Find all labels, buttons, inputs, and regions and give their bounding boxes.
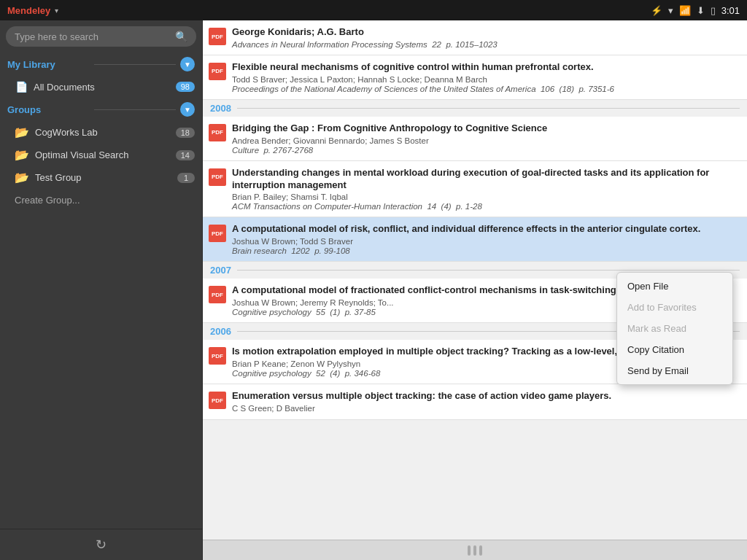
pdf-icon: PDF [209, 28, 226, 45]
scroll-dot [468, 545, 471, 556]
article-authors: Todd S Braver; Jessica L Paxton; Hannah … [232, 75, 738, 84]
my-library-label: My Library [7, 59, 90, 70]
sidebar-item-optimal-visual-search[interactable]: 📂 Optimal Visual Search 14 [0, 144, 202, 166]
context-menu-send-email[interactable]: Send by Email [617, 360, 732, 381]
main-layout: 🔍 My Library ▼ 📄 All Documents 98 Groups… [0, 20, 747, 560]
wifi-icon: 📶 [679, 5, 691, 16]
folder-icon-cogworks: 📂 [15, 125, 29, 139]
article-authors: Andrea Bender; Giovanni Bennardo; James … [232, 136, 738, 145]
cogworks-lab-count: 18 [176, 128, 195, 138]
article-content: Flexible neural mechanisms of cognitive … [232, 61, 738, 93]
search-icon: 🔍 [175, 31, 187, 42]
optimal-visual-search-count: 14 [176, 150, 195, 160]
network-icon: ▾ [668, 5, 673, 16]
article-title: Flexible neural mechanisms of cognitive … [232, 61, 738, 74]
optimal-visual-search-label: Optimal Visual Search [35, 149, 170, 160]
table-row[interactable]: PDF George Konidaris; A.G. Barto Advance… [203, 20, 747, 55]
topbar: Mendeley ▾ ⚡ ▾ 📶 ⬇ ▯ 3:01 [0, 0, 747, 20]
year-label-2006: 2006 [210, 326, 231, 337]
my-library-divider [94, 64, 177, 65]
content-scrollbar[interactable] [203, 540, 747, 560]
folder-icon-ovs: 📂 [15, 148, 29, 162]
test-group-label: Test Group [35, 172, 171, 183]
topbar-right: ⚡ ▾ 📶 ⬇ ▯ 3:01 [651, 5, 740, 16]
pdf-icon: PDF [209, 63, 226, 80]
year-line-2007 [237, 270, 740, 271]
topbar-time: 3:01 [721, 5, 740, 16]
article-journal: Brain research 1202 p. 99-108 [232, 246, 738, 255]
scroll-dot [479, 545, 482, 556]
article-title: Enumeration versus multiple object track… [232, 390, 738, 402]
article-content: Enumeration versus multiple object track… [232, 390, 738, 413]
table-row[interactable]: PDF Flexible neural mechanisms of cognit… [203, 55, 747, 100]
article-journal: Culture p. 2767-2768 [232, 146, 738, 155]
article-content: Bridging the Gap : From Cognitive Anthro… [232, 122, 738, 155]
bluetooth-icon: ⬇ [697, 5, 705, 16]
pdf-icon: PDF [209, 225, 226, 242]
usb-icon: ⚡ [651, 5, 662, 16]
context-menu-mark-read[interactable]: Mark as Read [617, 318, 732, 339]
my-library-chevron[interactable]: ▼ [180, 57, 195, 71]
article-content: A computational model of risk, conflict,… [232, 223, 738, 255]
article-journal: Proceedings of the National Academy of S… [232, 85, 738, 93]
groups-label: Groups [7, 104, 90, 115]
all-documents-label: All Documents [34, 82, 170, 93]
scroll-handle [468, 545, 482, 556]
sidebar-item-all-documents[interactable]: 📄 All Documents 98 [0, 76, 202, 98]
cogworks-lab-label: CogWorks Lab [35, 127, 170, 138]
table-row[interactable]: PDF Enumeration versus multiple object t… [203, 384, 747, 420]
pdf-icon: PDF [209, 168, 226, 186]
folder-icon-test: 📂 [15, 171, 29, 184]
context-menu-copy-citation[interactable]: Copy Citation [617, 339, 732, 360]
year-label-2007: 2007 [210, 265, 231, 276]
table-row[interactable]: PDF Bridging the Gap : From Cognitive An… [203, 117, 747, 161]
pdf-icon: PDF [209, 392, 226, 409]
context-menu-open-file[interactable]: Open File [617, 276, 732, 297]
topbar-dropdown-arrow[interactable]: ▾ [55, 7, 58, 15]
my-library-header[interactable]: My Library ▼ [0, 52, 202, 76]
document-icon: 📄 [15, 80, 28, 93]
context-menu: Open File Add to Favorites Mark as Read … [616, 272, 733, 385]
groups-divider [94, 109, 177, 110]
article-content: George Konidaris; A.G. Barto Advances in… [232, 26, 738, 49]
article-title: Bridging the Gap : From Cognitive Anthro… [232, 122, 738, 135]
pdf-icon: PDF [209, 347, 226, 365]
article-journal: ACM Transactions on Computer-Human Inter… [232, 202, 738, 211]
sidebar-item-test-group[interactable]: 📂 Test Group 1 [0, 166, 202, 189]
table-row[interactable]: PDF Understanding changes in mental work… [203, 161, 747, 218]
all-documents-count: 98 [176, 82, 195, 92]
article-title: A computational model of risk, conflict,… [232, 223, 738, 236]
sync-icon[interactable]: ↻ [96, 537, 107, 553]
article-content: Understanding changes in mental workload… [232, 167, 738, 211]
groups-header[interactable]: Groups ▼ [0, 98, 202, 121]
sidebar-item-cogworks-lab[interactable]: 📂 CogWorks Lab 18 [0, 121, 202, 144]
sidebar-bottom: ↻ [0, 529, 202, 560]
groups-chevron[interactable]: ▼ [180, 102, 195, 117]
pdf-icon: PDF [209, 286, 226, 303]
topbar-left: Mendeley ▾ [7, 5, 58, 16]
test-group-count: 1 [177, 173, 195, 183]
mendeley-logo: Mendeley [7, 5, 50, 16]
article-title: Understanding changes in mental workload… [232, 167, 738, 192]
create-group-button[interactable]: Create Group... [0, 189, 202, 211]
article-authors: Brian P. Bailey; Shamsi T. Iqbal [232, 192, 738, 201]
sidebar: 🔍 My Library ▼ 📄 All Documents 98 Groups… [0, 20, 203, 560]
article-journal: Advances in Neural Information Processin… [232, 40, 738, 49]
year-line-2008 [237, 108, 740, 109]
battery-icon: ▯ [711, 5, 716, 16]
article-title: George Konidaris; A.G. Barto [232, 26, 738, 39]
year-divider-2008: 2008 [203, 100, 747, 117]
scroll-dot [473, 545, 476, 556]
context-menu-add-favorites[interactable]: Add to Favorites [617, 297, 732, 318]
content-area: PDF George Konidaris; A.G. Barto Advance… [203, 20, 747, 560]
year-label-2008: 2008 [210, 103, 231, 114]
article-authors: Joshua W Brown; Todd S Braver [232, 237, 738, 246]
pdf-icon: PDF [209, 124, 226, 141]
search-input[interactable] [15, 31, 171, 42]
search-box[interactable]: 🔍 [6, 26, 196, 47]
table-row[interactable]: PDF A computational model of risk, confl… [203, 217, 747, 262]
article-authors: C S Green; D Bavelier [232, 404, 738, 413]
